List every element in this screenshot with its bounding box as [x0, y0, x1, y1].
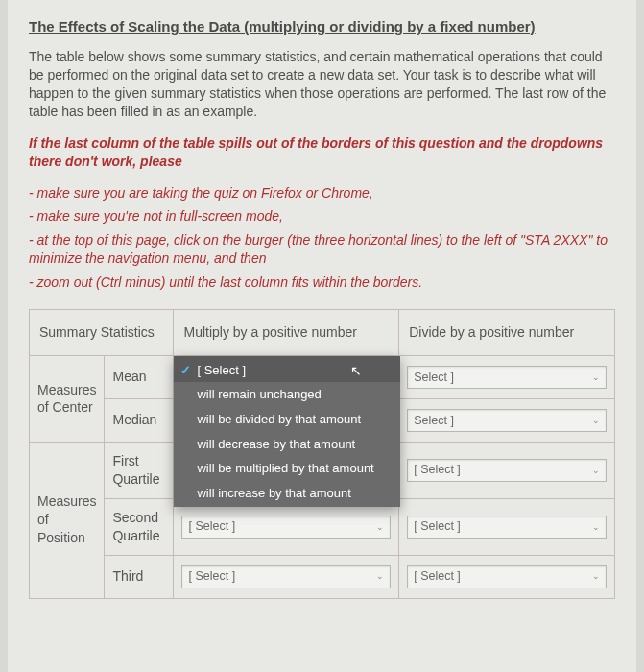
question-sheet: The Effects of Scaling the Data (multipl…: [8, 0, 636, 672]
warning-item-3: - at the top of this page, click on the …: [29, 231, 615, 268]
cell-q2-divide: [ Select ] ⌄: [399, 498, 615, 555]
dropdown-option[interactable]: will decrease by that amount: [174, 432, 400, 457]
stat-q3: Third: [105, 555, 174, 598]
row-mean: Measures of Center Mean [ Select ] ↖ wil…: [30, 355, 615, 398]
dropdown-option[interactable]: will be divided by that amount: [174, 407, 400, 432]
dropdown-option[interactable]: will be multiplied by that amount: [174, 456, 400, 481]
group-center: Measures of Center: [30, 355, 105, 442]
cell-mean-divide: Select ] ⌄: [399, 355, 615, 398]
select-q3-multiply[interactable]: [ Select ] ⌄: [181, 565, 391, 588]
chevron-down-icon: ⌄: [592, 415, 600, 426]
select-q2-multiply[interactable]: [ Select ] ⌄: [181, 516, 391, 539]
stat-median: Median: [105, 398, 174, 442]
col-header-multiply: Multiply by a positive number: [174, 310, 399, 356]
select-value: Select ]: [414, 370, 454, 386]
select-value: [ Select ]: [414, 462, 461, 478]
warning-lead: If the last column of the table spills o…: [29, 134, 615, 171]
stat-mean: Mean: [105, 355, 174, 398]
cell-q3-multiply: [ Select ] ⌄: [174, 555, 399, 598]
select-value: [ Select ]: [188, 518, 235, 535]
select-q1-divide[interactable]: [ Select ] ⌄: [407, 459, 607, 482]
stat-q1: First Quartile: [105, 442, 174, 498]
dropdown-open[interactable]: [ Select ] ↖ will remain unchanged will …: [174, 356, 400, 507]
cell-q3-divide: [ Select ] ⌄: [399, 555, 615, 598]
warning-item-2: - make sure you're not in full-screen mo…: [29, 207, 615, 226]
select-value: [ Select ]: [188, 568, 235, 585]
intro-paragraph: The table below shows some summary stati…: [29, 48, 615, 121]
dropdown-option-selected[interactable]: [ Select ]: [174, 356, 400, 383]
group-position: Measures of Position: [30, 442, 105, 598]
stat-q2: Second Quartile: [105, 498, 174, 555]
col-header-divide: Divide by a positive number: [399, 310, 615, 356]
cursor-icon: ↖: [350, 362, 362, 380]
chevron-down-icon: ⌄: [376, 521, 384, 533]
warning-item-1: - make sure you are taking the quiz on F…: [29, 184, 615, 203]
select-value: [ Select ]: [414, 518, 461, 535]
chevron-down-icon: ⌄: [592, 465, 600, 476]
warning-item-4: - zoom out (Ctrl minus) until the last c…: [29, 274, 615, 292]
row-q3: Third [ Select ] ⌄ [ Select ] ⌄: [30, 555, 615, 598]
select-q2-divide[interactable]: [ Select ] ⌄: [407, 516, 607, 539]
select-median-divide[interactable]: Select ] ⌄: [407, 409, 607, 432]
dropdown-option[interactable]: will remain unchanged: [174, 382, 400, 407]
chevron-down-icon: ⌄: [376, 570, 384, 582]
select-value: [ Select ]: [414, 568, 461, 585]
chevron-down-icon: ⌄: [592, 570, 600, 582]
chevron-down-icon: ⌄: [592, 372, 600, 383]
cell-median-divide: Select ] ⌄: [399, 398, 615, 442]
cell-mean-multiply: [ Select ] ↖ will remain unchanged will …: [174, 355, 399, 398]
table-header-row: Summary Statistics Multiply by a positiv…: [30, 310, 615, 356]
chevron-down-icon: ⌄: [592, 521, 600, 533]
stats-table: Summary Statistics Multiply by a positiv…: [29, 309, 615, 598]
cell-q1-divide: [ Select ] ⌄: [399, 442, 615, 498]
section-title: The Effects of Scaling the Data (multipl…: [29, 17, 615, 36]
col-header-summary: Summary Statistics: [30, 310, 174, 356]
dropdown-option[interactable]: will increase by that amount: [174, 481, 400, 508]
select-q3-divide[interactable]: [ Select ] ⌄: [407, 565, 607, 588]
select-value: Select ]: [414, 413, 454, 429]
select-mean-divide[interactable]: Select ] ⌄: [407, 366, 607, 389]
